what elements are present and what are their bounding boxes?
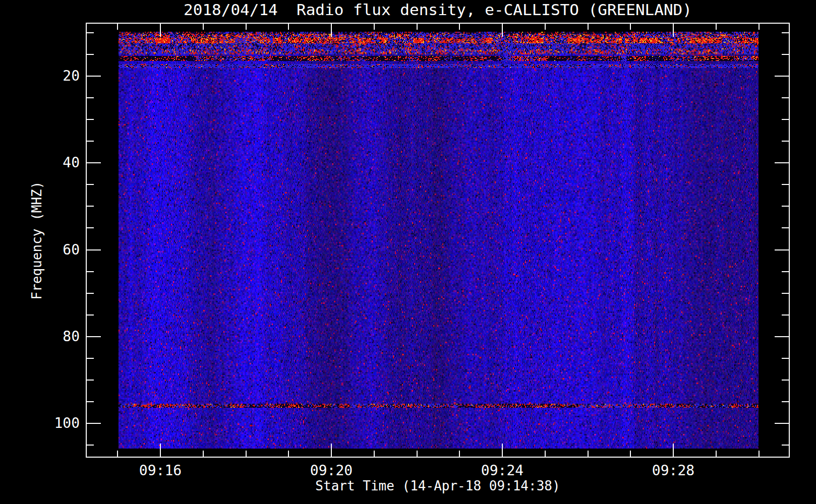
x-minor-tick-bottom bbox=[203, 451, 204, 457]
x-minor-tick-bottom bbox=[459, 451, 460, 457]
x-minor-tick-top bbox=[417, 24, 418, 30]
y-minor-tick-right bbox=[782, 54, 789, 55]
x-major-tick-bottom bbox=[502, 444, 503, 457]
y-minor-tick-right bbox=[782, 119, 789, 120]
plot-frame bbox=[86, 23, 790, 458]
y-minor-tick-right bbox=[782, 97, 789, 98]
y-minor-tick-left bbox=[87, 293, 94, 294]
x-major-tick-top bbox=[502, 24, 503, 37]
y-minor-tick-right bbox=[782, 141, 789, 142]
x-minor-tick-bottom bbox=[588, 451, 589, 457]
x-minor-tick-top bbox=[759, 24, 760, 30]
y-minor-tick-right bbox=[782, 445, 789, 446]
y-minor-tick-right bbox=[782, 293, 789, 294]
x-minor-tick-bottom bbox=[759, 451, 760, 457]
x-tick-label: 09:20 bbox=[288, 463, 374, 478]
y-major-tick-left bbox=[87, 249, 101, 250]
y-minor-tick-left bbox=[87, 380, 94, 381]
x-minor-tick-bottom bbox=[374, 451, 375, 457]
x-major-tick-bottom bbox=[331, 444, 332, 457]
y-major-tick-right bbox=[775, 336, 789, 337]
x-tick-label: 09:16 bbox=[118, 463, 203, 478]
y-major-tick-right bbox=[775, 76, 789, 77]
x-minor-tick-top bbox=[630, 24, 631, 30]
y-tick-label: 20 bbox=[19, 69, 80, 84]
y-minor-tick-left bbox=[87, 141, 94, 142]
y-minor-tick-left bbox=[87, 32, 94, 33]
y-minor-tick-left bbox=[87, 206, 94, 207]
x-minor-tick-top bbox=[374, 24, 375, 30]
y-major-tick-left bbox=[87, 423, 101, 424]
y-minor-tick-right bbox=[782, 227, 789, 228]
x-minor-tick-bottom bbox=[288, 451, 289, 457]
x-minor-tick-top bbox=[588, 24, 589, 30]
x-minor-tick-top bbox=[117, 24, 118, 30]
y-major-tick-right bbox=[775, 162, 789, 163]
x-tick-label: 09:28 bbox=[630, 463, 716, 478]
x-minor-tick-bottom bbox=[117, 451, 118, 457]
y-axis-label: Frequency (MHZ) bbox=[29, 135, 46, 346]
x-minor-tick-top bbox=[716, 24, 717, 30]
y-minor-tick-left bbox=[87, 314, 94, 316]
y-minor-tick-left bbox=[87, 54, 94, 55]
y-minor-tick-right bbox=[782, 401, 789, 402]
y-minor-tick-left bbox=[87, 401, 94, 402]
y-major-tick-right bbox=[775, 423, 789, 424]
y-tick-label: 60 bbox=[19, 242, 80, 258]
x-major-tick-bottom bbox=[673, 444, 674, 457]
y-minor-tick-right bbox=[782, 271, 789, 272]
y-minor-tick-left bbox=[87, 97, 94, 98]
y-minor-tick-left bbox=[87, 227, 94, 228]
y-tick-label: 100 bbox=[19, 416, 80, 431]
y-minor-tick-left bbox=[87, 271, 94, 272]
x-minor-tick-bottom bbox=[246, 451, 247, 457]
x-minor-tick-top bbox=[203, 24, 204, 30]
x-major-tick-top bbox=[331, 24, 332, 37]
y-major-tick-left bbox=[87, 336, 101, 337]
y-minor-tick-right bbox=[782, 380, 789, 381]
y-minor-tick-right bbox=[782, 184, 789, 185]
x-minor-tick-top bbox=[288, 24, 289, 30]
x-minor-tick-top bbox=[545, 24, 546, 30]
spectrogram-page: 2018/04/14 Radio flux density, e-CALLIST… bbox=[0, 0, 816, 504]
y-major-tick-left bbox=[87, 76, 101, 77]
x-minor-tick-top bbox=[459, 24, 460, 30]
y-minor-tick-right bbox=[782, 32, 789, 33]
x-tick-label: 09:24 bbox=[459, 463, 545, 478]
x-major-tick-bottom bbox=[160, 444, 161, 457]
y-minor-tick-right bbox=[782, 358, 789, 359]
y-major-tick-right bbox=[775, 249, 789, 250]
y-minor-tick-right bbox=[782, 314, 789, 316]
chart-title: 2018/04/14 Radio flux density, e-CALLIST… bbox=[86, 1, 790, 19]
y-tick-label: 80 bbox=[19, 329, 80, 344]
x-major-tick-top bbox=[160, 24, 161, 37]
x-minor-tick-top bbox=[246, 24, 247, 30]
y-minor-tick-left bbox=[87, 445, 94, 446]
x-minor-tick-bottom bbox=[417, 451, 418, 457]
y-minor-tick-right bbox=[782, 206, 789, 207]
y-minor-tick-left bbox=[87, 358, 94, 359]
x-minor-tick-bottom bbox=[545, 451, 546, 457]
x-minor-tick-bottom bbox=[716, 451, 717, 457]
y-minor-tick-left bbox=[87, 119, 94, 120]
x-axis-label: Start Time (14-Apr-18 09:14:38) bbox=[86, 478, 790, 493]
y-tick-label: 40 bbox=[19, 155, 80, 170]
y-major-tick-left bbox=[87, 162, 101, 163]
x-minor-tick-bottom bbox=[630, 451, 631, 457]
x-major-tick-top bbox=[673, 24, 674, 37]
y-minor-tick-left bbox=[87, 184, 94, 185]
